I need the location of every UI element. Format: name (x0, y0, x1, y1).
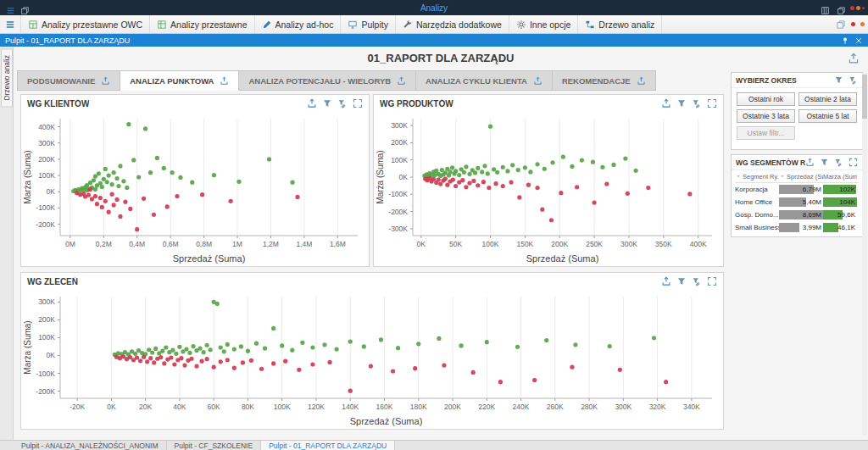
bottom-tab-cf-szkolenie[interactable]: Pulpit - CF_SZKOLENIE (167, 441, 262, 450)
export-icon[interactable] (661, 276, 671, 286)
tab-podsumowanie[interactable]: PODSUMOWANIE (17, 70, 120, 91)
expand-icon[interactable] (353, 98, 363, 108)
svg-text:100K: 100K (38, 333, 55, 342)
filter-icon[interactable] (834, 75, 843, 85)
sales-bar-cell: 6,79M (779, 185, 823, 194)
period-button-ostatnie-2-lata[interactable]: Ostatnie 2 lata (798, 92, 857, 106)
tab-analiza-potencjalu[interactable]: ANALIZA POTENCJAŁU - WIELORYB (239, 70, 416, 91)
svg-text:300K: 300K (620, 240, 637, 248)
sales-value: 6,79M (803, 185, 821, 194)
export-icon[interactable] (848, 53, 860, 64)
filter-edit-icon[interactable] (834, 158, 843, 167)
toolbar-label: Inne opcje (530, 19, 570, 30)
period-panel-header: WYBIERZ OKRES (732, 73, 862, 88)
tab-analiza-cyklu-klienta[interactable]: ANALIZA CYKLU KLIENTA (416, 70, 553, 91)
tab-label: PODSUMOWANIE (27, 76, 95, 86)
svg-text:50K: 50K (449, 240, 462, 248)
tab-rekomendacje[interactable]: REKOMENDACJE (553, 70, 656, 91)
toolbar-button-analizy-przestawne[interactable]: Analizy przestawne (150, 15, 254, 33)
segments-panel: WG SEGMENTÓW RY... Segment Ry... Sprzeda… (731, 154, 863, 237)
toolbar-button-inne-opcje[interactable]: Inne opcje (509, 15, 578, 33)
table-row[interactable]: Gosp. Domo... 8,69M 59,6K (735, 208, 859, 221)
sales-bar-cell: 8,69M (779, 210, 823, 219)
toolbar-label: Analizy przestawne (170, 19, 247, 30)
period-button-ostatni-rok[interactable]: Ostatni rok (737, 92, 795, 106)
svg-text:400K: 400K (690, 240, 707, 248)
margin-value: 59,6K (837, 210, 855, 219)
dashboard-tabbar: PODSUMOWANIE ANALIZA PUNKTOWA ANALIZA PO… (17, 70, 731, 91)
svg-text:240K: 240K (513, 403, 530, 411)
close-icon[interactable] (854, 36, 863, 45)
tab-analiza-punktowa[interactable]: ANALIZA PUNKTOWA (120, 70, 239, 91)
export-icon[interactable] (661, 98, 671, 108)
expand-icon[interactable] (707, 276, 717, 286)
export-icon[interactable] (637, 76, 646, 86)
svg-text:120K: 120K (308, 403, 325, 411)
window-bar-title: Pulpit - 01_RAPORT DLA ZARZĄDU (5, 36, 130, 45)
toolbar-button-drzewo-analiz[interactable]: Drzewo analiz (578, 15, 662, 33)
chart-panel-header: WG KLIENTÓW (21, 95, 369, 112)
column-header-sprzedaz[interactable]: Sprzedaż (Su... (779, 173, 823, 181)
set-filter-button[interactable]: Ustaw filtr... (737, 126, 795, 140)
toolbar-button-analizy-ad-hoc[interactable]: Analizy ad-hoc (255, 15, 342, 33)
pin-icon[interactable] (841, 36, 849, 45)
drzewo-analiz-side-tab[interactable]: Drzewo analiz (1, 48, 13, 107)
filter-edit-icon[interactable] (849, 75, 858, 85)
export-icon[interactable] (220, 76, 229, 86)
svg-text:0K: 0K (417, 240, 426, 248)
chart-title: WG PRODUKTÓW (380, 99, 453, 108)
svg-text:0,8M: 0,8M (196, 240, 212, 248)
window-icon[interactable] (836, 19, 846, 30)
svg-text:-200K: -200K (36, 387, 55, 396)
expand-icon[interactable] (707, 98, 717, 108)
svg-text:200K: 200K (38, 155, 55, 164)
margin-bar-cell: 46,1K (823, 223, 857, 232)
chart-panel-wg-klientow: WG KLIENTÓW 0M0,2M0,4M0,6M0,8M1M1,2M1,4M… (20, 94, 370, 267)
svg-text:340K: 340K (683, 403, 700, 411)
svg-text:0K: 0K (399, 173, 409, 181)
table-row[interactable]: Home Office 5,40M 104K (735, 196, 859, 208)
column-header-marza[interactable]: Marża (Suma) (823, 173, 857, 181)
svg-text:Marża (Suma): Marża (Suma) (23, 150, 32, 203)
svg-text:300K: 300K (38, 297, 55, 306)
filter-icon[interactable] (820, 158, 829, 167)
table-row[interactable]: Small Business 3,99M 46,1K (735, 221, 859, 234)
svg-text:250K: 250K (586, 240, 603, 248)
period-button-ostatnie-5-lat[interactable]: Ostatnie 5 lat (798, 109, 857, 123)
scatter-chart-klientow: 0M0,2M0,4M0,6M0,8M1M1,2M1,4M1,6M400K300K… (21, 112, 369, 266)
export-icon[interactable] (533, 76, 542, 86)
svg-text:200K: 200K (391, 138, 408, 147)
bottom-tab-raport-dla-zarzadu[interactable]: Pulpit - 01_RAPORT DLA ZARZĄDU (261, 441, 395, 450)
table-row[interactable]: Korporacja 6,79M 102K (735, 183, 859, 196)
vertical-scrollbar[interactable] (862, 73, 867, 436)
export-icon[interactable] (805, 158, 815, 167)
filter-icon[interactable] (676, 98, 687, 108)
margin-bar (823, 223, 838, 232)
toolbar-button-analizy-przestawne-owc[interactable]: Analizy przestawne OWC (21, 15, 150, 33)
sort-icon (779, 173, 786, 180)
svg-text:1,6M: 1,6M (330, 240, 346, 248)
expand-icon[interactable] (849, 158, 858, 167)
scrollbar-thumb[interactable] (862, 75, 867, 119)
bottom-tab-analiza-naleznosci[interactable]: Pulpit - ANALIZA_NALEŻNOŚCI_ANONIM (14, 441, 167, 450)
filter-edit-icon[interactable] (337, 98, 348, 108)
filter-icon[interactable] (322, 98, 332, 108)
document-window-bar: Pulpit - 01_RAPORT DLA ZARZĄDU (0, 34, 868, 47)
column-header-segment[interactable]: Segment Ry... (735, 173, 779, 181)
filter-edit-icon[interactable] (692, 276, 702, 286)
filter-edit-icon[interactable] (692, 98, 702, 108)
svg-text:1M: 1M (232, 240, 242, 248)
export-icon[interactable] (307, 98, 317, 108)
export-icon[interactable] (397, 76, 406, 86)
menu-button[interactable] (0, 15, 21, 33)
period-button-ostatnie-3-lata[interactable]: Ostatnie 3 lata (737, 109, 795, 123)
chart-panel-wg-produktow: WG PRODUKTÓW 0K50K100K150K200K250K300K35… (373, 94, 724, 267)
page-title: 01_RAPORT DLA ZARZĄDU (14, 47, 868, 70)
svg-text:0M: 0M (65, 240, 75, 248)
scatter-chart-zlecen: -20K0K20K40K60K80K100K120K140K160K180K20… (21, 290, 723, 429)
export-icon[interactable] (101, 76, 110, 86)
toolbar-button-narzedzia-dodatkowe[interactable]: Narzędzia dodatkowe (396, 15, 509, 33)
toolbar-button-pulpity[interactable]: Pulpity (341, 15, 396, 33)
sales-value: 5,40M (803, 197, 821, 207)
filter-icon[interactable] (676, 276, 687, 286)
